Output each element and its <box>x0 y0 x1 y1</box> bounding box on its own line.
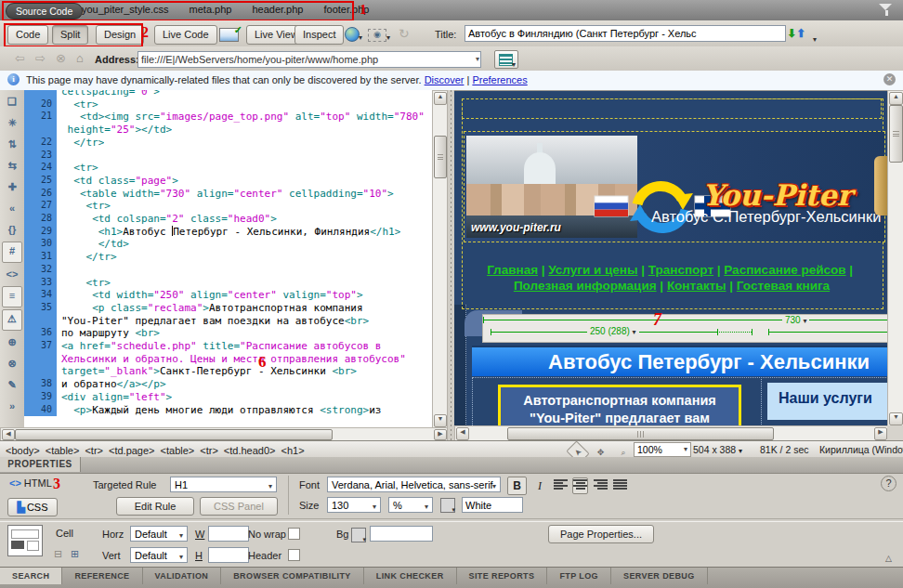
stop-icon[interactable]: ⊗ <box>56 51 66 65</box>
site-nav-link[interactable]: Гостевая книга <box>737 279 830 293</box>
code-line[interactable]: cellspacing="0"> <box>24 90 432 98</box>
edit-rule-button[interactable]: Edit Rule <box>116 497 194 516</box>
scroll-down-icon[interactable]: ▼ <box>889 412 903 425</box>
live-code-button[interactable]: Live Code <box>154 25 217 45</box>
bg-color-swatch[interactable]: ▾ <box>351 528 366 542</box>
code-line[interactable]: 33 <tr> <box>24 277 432 290</box>
site-nav-link[interactable]: Полезная информация <box>514 279 657 293</box>
html-mode-button[interactable]: <>HTML <box>9 477 52 489</box>
scroll-right-icon[interactable]: ▶ <box>434 429 447 440</box>
file-transfer-icon[interactable]: ⬇⬆ <box>787 27 805 40</box>
code-line[interactable]: 27 <tr> <box>24 200 432 213</box>
css-panel-button[interactable]: CSS Panel <box>200 497 278 516</box>
targeted-rule-combo[interactable]: ▾H1 <box>170 477 277 492</box>
code-line[interactable]: height="25"></td> <box>24 124 432 137</box>
highlight-invalid-code-icon[interactable]: <> <box>3 265 21 284</box>
size-combo[interactable]: ▾130 <box>327 497 381 513</box>
home-icon[interactable]: ⌂ <box>76 51 84 65</box>
design-hscroll-thumb[interactable] <box>507 427 774 440</box>
scroll-left-icon[interactable]: ◀ <box>2 429 15 440</box>
site-nav-link[interactable]: Главная <box>487 263 538 277</box>
align-left-icon[interactable] <box>553 477 569 494</box>
syntax-error-alerts-icon[interactable]: ⚠ <box>2 309 22 331</box>
code-line[interactable]: 39<div align="left"> <box>24 391 432 404</box>
code-line[interactable]: 23 <box>24 150 432 163</box>
code-line[interactable]: 21 <td><img src="images/page_top.png" al… <box>24 111 432 124</box>
word-wrap-icon[interactable]: ≡ <box>2 286 22 307</box>
code-line[interactable]: 35 <p class="reclama">Автотранспортная к… <box>24 302 432 315</box>
code-hscroll-thumb[interactable] <box>15 429 333 440</box>
size-unit-combo[interactable]: ▾% <box>388 497 433 513</box>
css-mode-button[interactable]: ▙CSS <box>7 498 58 516</box>
scroll-up-icon[interactable]: ▲ <box>434 92 447 105</box>
more-options-icon[interactable]: » <box>3 397 21 416</box>
preferences-link[interactable]: Preferences <box>472 74 527 85</box>
align-right-icon[interactable] <box>593 477 609 494</box>
apply-comment-icon[interactable]: ⊕ <box>3 333 21 352</box>
refresh-design-view-icon[interactable]: ↻ <box>399 26 410 41</box>
bg-color-field[interactable] <box>370 526 433 542</box>
forward-icon[interactable]: ⇨ <box>35 51 46 65</box>
open-documents-icon[interactable]: ❏ <box>3 92 21 111</box>
panel-tab-validation[interactable]: VALIDATION <box>143 568 222 584</box>
site-nav-link[interactable]: Контакты <box>667 279 726 293</box>
code-navigator-icon[interactable]: ✳ <box>3 113 21 133</box>
text-color-field[interactable] <box>462 497 523 513</box>
align-center-icon[interactable] <box>572 477 588 494</box>
close-icon[interactable]: ✕ <box>883 73 896 85</box>
file-status-icon[interactable]: ✓ <box>219 28 239 42</box>
filter-related-files-icon[interactable] <box>879 4 894 17</box>
discover-link[interactable]: Discover <box>425 74 465 85</box>
no-wrap-checkbox[interactable] <box>288 528 300 540</box>
collapse-selection-icon[interactable]: ⇆ <box>3 156 21 176</box>
site-banner[interactable]: www.you-piter.ru You-Piter <box>464 131 885 242</box>
code-line[interactable]: Хельсинки и обратно. Цены и места отправ… <box>24 353 432 366</box>
scroll-left-icon[interactable]: ◀ <box>456 427 469 440</box>
column-width-menu-250[interactable]: 250 (288) ▾ <box>587 326 639 336</box>
page-heading-bar[interactable]: Автобус Петербург - Хельсинки <box>472 346 887 376</box>
toolbar-grip[interactable] <box>2 50 6 67</box>
bold-button[interactable]: B <box>507 477 527 495</box>
merge-cells-icon[interactable]: ⊟ <box>54 548 62 560</box>
table-width-menu-730[interactable]: 730 ▾ <box>782 315 809 325</box>
site-nav-link[interactable]: Транспорт <box>648 263 713 277</box>
panel-tab-site-reports[interactable]: SITE REPORTS <box>457 568 548 584</box>
select-parent-tag-icon[interactable]: « <box>3 199 21 218</box>
window-size-combo[interactable]: 504 x 388 ▾ <box>693 444 742 455</box>
panel-tab-ftp-log[interactable]: FTP LOG <box>547 568 611 584</box>
view-options-button[interactable]: ▾ <box>494 50 518 69</box>
collapse-full-tag-icon[interactable]: ⇅ <box>3 135 21 154</box>
panel-tab-search[interactable]: SEARCH <box>0 568 62 584</box>
balance-braces-icon[interactable]: {} <box>3 220 21 240</box>
cell-height-field[interactable] <box>208 547 249 563</box>
panel-tab-server-debug[interactable]: SERVER DEBUG <box>611 568 708 584</box>
code-line[interactable]: 32 <box>24 264 432 277</box>
site-nav-link[interactable]: Услуги и цены <box>548 263 637 277</box>
code-line[interactable]: 20 <tr> <box>24 98 432 111</box>
panel-tab-browser-compatibility[interactable]: BROWSER COMPATIBILITY <box>221 568 364 584</box>
expand-all-icon[interactable]: ✚ <box>3 177 21 197</box>
vert-combo[interactable]: ▾Default <box>130 547 188 563</box>
collapse-panel-icon[interactable]: △ <box>885 554 892 563</box>
reclama-box[interactable]: Автотранспортная компания "You-Piter" пр… <box>498 385 741 426</box>
code-line[interactable]: 37<a href="schedule.php" title="Расписан… <box>24 340 432 353</box>
preview-in-browser-icon[interactable] <box>345 27 360 42</box>
scroll-right-icon[interactable]: ▶ <box>874 427 887 440</box>
header-checkbox[interactable] <box>288 549 300 561</box>
document-title-input[interactable] <box>465 25 786 42</box>
scroll-up-icon[interactable]: ▲ <box>889 92 903 105</box>
services-box[interactable]: Наши услуги <box>767 383 887 420</box>
code-line[interactable]: "You-Piter" предлагает вам поездки на ав… <box>24 315 432 328</box>
code-line[interactable]: 26 <table width="730" align="center" cel… <box>24 188 432 201</box>
text-color-swatch[interactable]: ▾ <box>440 498 455 513</box>
help-icon[interactable]: ? <box>881 476 896 491</box>
code-line[interactable]: 22 </tr> <box>24 137 432 150</box>
design-scroll-thumb[interactable] <box>889 105 903 163</box>
panel-tab-link-checker[interactable]: LINK CHECKER <box>364 568 457 584</box>
site-nav-link[interactable]: Расписание рейсов <box>724 263 845 277</box>
remove-comment-icon[interactable]: ⊗ <box>3 354 21 373</box>
code-line[interactable]: 24 <tr> <box>24 162 432 175</box>
code-line[interactable]: 40 <p>Каждый день многие люди отправляют… <box>24 404 432 417</box>
back-icon[interactable]: ⇦ <box>15 51 25 65</box>
cell-width-field[interactable] <box>208 526 249 542</box>
